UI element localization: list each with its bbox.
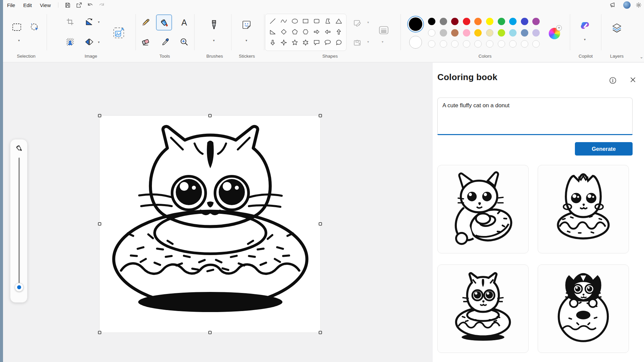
shape-hexagon[interactable] <box>300 26 311 37</box>
palette-empty-slot[interactable] <box>532 40 540 48</box>
selection-handle-sw[interactable] <box>98 331 101 334</box>
palette-color-ffffff[interactable] <box>428 29 435 37</box>
palette-color-ff7f27[interactable] <box>474 18 482 25</box>
shape-curve[interactable] <box>278 16 289 26</box>
selection-dropdown-chevron[interactable]: ▾ <box>18 39 20 42</box>
layers-button[interactable] <box>610 22 623 35</box>
close-icon[interactable] <box>630 77 636 83</box>
eraser-tool-button[interactable] <box>139 36 152 48</box>
palette-color-7092be[interactable] <box>521 29 528 37</box>
shape-fill-button[interactable] <box>352 37 363 48</box>
result-thumbnail-2[interactable] <box>538 165 629 253</box>
color1-swatch-selected[interactable] <box>407 16 424 33</box>
text-tool-button[interactable]: A <box>178 16 191 29</box>
palette-empty-slot[interactable] <box>486 40 493 48</box>
palette-color-000000[interactable] <box>428 18 435 25</box>
menu-edit[interactable]: Edit <box>19 1 36 9</box>
fill-tolerance-slider[interactable] <box>10 139 28 303</box>
palette-color-ffc90e[interactable] <box>474 29 482 37</box>
shape-star-five[interactable] <box>289 37 300 48</box>
stroke-size-button[interactable] <box>376 23 391 38</box>
shape-arrow-left[interactable] <box>322 26 333 37</box>
selection-handle-n[interactable] <box>208 114 212 117</box>
shape-closed-curve[interactable] <box>278 48 289 51</box>
copilot-dropdown-chevron[interactable]: ▾ <box>584 38 586 41</box>
undo-icon[interactable] <box>85 1 96 9</box>
result-thumbnail-3[interactable] <box>437 264 529 353</box>
color2-swatch[interactable] <box>409 36 422 50</box>
selection-handle-w[interactable] <box>98 222 101 226</box>
slider-thumb[interactable] <box>15 283 23 292</box>
info-icon[interactable] <box>609 77 616 84</box>
edit-color-wheel-button[interactable]: + <box>549 28 560 41</box>
copilot-button[interactable] <box>579 19 592 32</box>
crop-button[interactable] <box>64 15 76 28</box>
shape-outline-button[interactable] <box>352 17 363 29</box>
shape-star-four[interactable] <box>278 37 289 48</box>
palette-color-22b14c[interactable] <box>498 18 505 25</box>
share-icon[interactable] <box>73 1 85 9</box>
palette-color-a349a4[interactable] <box>532 18 540 25</box>
shape-pentagon[interactable] <box>289 26 300 37</box>
ribbon-collapse-chevron[interactable]: ⌄ <box>640 55 643 59</box>
selection-handle-e[interactable] <box>319 222 322 226</box>
settings-gear-icon[interactable] <box>635 1 642 9</box>
shape-right-triangle[interactable] <box>267 26 278 37</box>
shape-star-six[interactable] <box>300 37 311 48</box>
palette-empty-slot[interactable] <box>463 40 470 48</box>
selection-handle-ne[interactable] <box>319 114 322 117</box>
color-picker-tool-button[interactable] <box>159 36 172 48</box>
palette-color-efe4b0[interactable] <box>486 29 493 37</box>
fill-tool-button[interactable] <box>156 14 172 31</box>
rotate-button[interactable] <box>83 15 96 28</box>
shape-callout-rectangle[interactable] <box>311 37 322 48</box>
selection-handle-s[interactable] <box>208 331 212 334</box>
redo-icon[interactable] <box>96 1 107 9</box>
shape-callout-oval[interactable] <box>322 37 333 48</box>
palette-color-b97a57[interactable] <box>451 29 459 37</box>
shape-diamond[interactable] <box>278 26 289 37</box>
prompt-input[interactable] <box>438 98 632 135</box>
palette-empty-slot[interactable] <box>440 40 447 48</box>
account-avatar[interactable] <box>623 1 631 9</box>
shape-cloud[interactable] <box>267 48 278 51</box>
palette-empty-slot[interactable] <box>521 40 528 48</box>
palette-color-fff200[interactable] <box>486 18 493 25</box>
palette-color-880015[interactable] <box>451 18 459 25</box>
shape-fill-chevron[interactable]: ▾ <box>367 40 369 44</box>
selection-handle-nw[interactable] <box>98 114 101 117</box>
palette-color-c8bfe7[interactable] <box>532 29 540 37</box>
stickers-dropdown-chevron[interactable]: ▾ <box>246 39 247 42</box>
shape-rounded-rectangle[interactable] <box>311 16 322 26</box>
magnifier-tool-button[interactable] <box>178 36 191 48</box>
shape-arrow-right[interactable] <box>311 26 322 37</box>
rotate-dropdown-chevron[interactable]: ▾ <box>98 20 100 24</box>
palette-empty-slot[interactable] <box>474 40 482 48</box>
shape-callout-round[interactable] <box>333 37 344 48</box>
feedback-icon[interactable] <box>607 1 619 9</box>
result-thumbnail-1[interactable] <box>437 165 529 253</box>
generate-button[interactable]: Generate <box>575 142 633 156</box>
menu-view[interactable]: View <box>36 1 55 9</box>
shape-oval[interactable] <box>289 16 300 26</box>
save-icon[interactable] <box>62 1 73 9</box>
selection-handle-se[interactable] <box>319 331 322 334</box>
shape-arrow-up[interactable] <box>333 26 344 37</box>
palette-color-00a2e8[interactable] <box>509 18 517 25</box>
palette-color-b5e61d[interactable] <box>498 29 505 37</box>
resize-image-button[interactable] <box>111 25 127 41</box>
palette-color-c3c3c3[interactable] <box>440 29 447 37</box>
shape-line[interactable] <box>267 16 278 26</box>
shape-outline-chevron[interactable]: ▾ <box>367 21 369 24</box>
stroke-size-chevron[interactable]: ▾ <box>382 40 383 44</box>
flip-dropdown-chevron[interactable]: ▾ <box>98 41 100 44</box>
result-thumbnail-4[interactable] <box>538 264 629 353</box>
palette-color-7f7f7f[interactable] <box>440 18 447 25</box>
pencil-tool-button[interactable] <box>139 16 152 29</box>
menu-file[interactable]: File <box>3 1 19 9</box>
palette-color-ed1c24[interactable] <box>463 18 470 25</box>
palette-color-99d9ea[interactable] <box>509 29 517 37</box>
remove-background-button[interactable] <box>64 36 76 48</box>
stickers-button[interactable] <box>240 18 253 31</box>
palette-empty-slot[interactable] <box>498 40 505 48</box>
